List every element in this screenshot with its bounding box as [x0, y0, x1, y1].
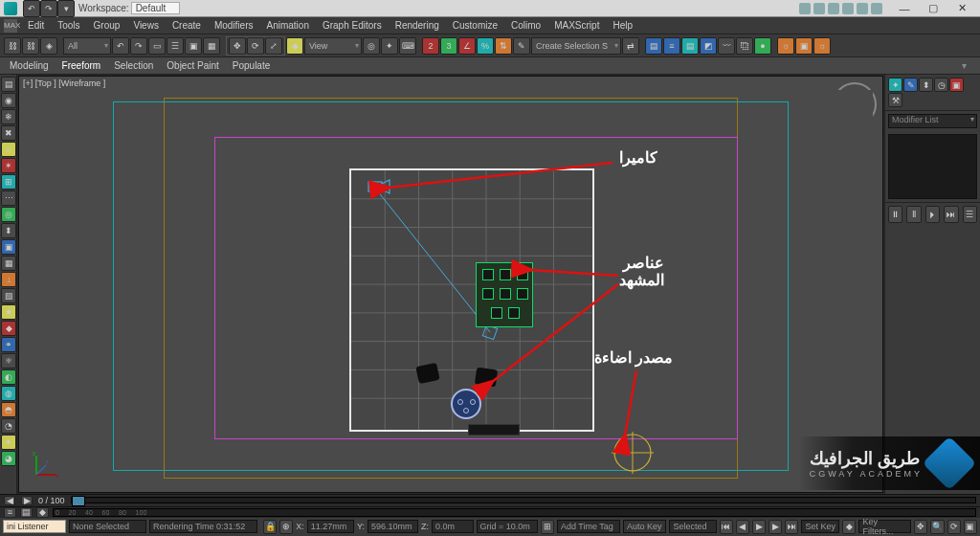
motion-tab-icon[interactable]: ◷: [934, 78, 948, 92]
util-icon[interactable]: [828, 3, 839, 14]
time-slider-thumb[interactable]: [72, 496, 85, 506]
minimize-button[interactable]: —: [890, 3, 919, 14]
move-icon[interactable]: ✥: [229, 37, 246, 55]
align-icon[interactable]: ▤: [645, 37, 662, 55]
light-icon[interactable]: ☼: [1, 142, 16, 157]
menu-colimo[interactable]: Colimo: [504, 20, 547, 31]
particle-icon[interactable]: ✶: [1, 158, 16, 173]
play-icon[interactable]: ▶: [752, 520, 766, 534]
spinner-snap-icon[interactable]: ⇅: [495, 37, 512, 55]
ribbon-tab-modeling[interactable]: Modeling: [10, 60, 49, 71]
ref-coord-dropdown[interactable]: View: [304, 37, 362, 55]
asset-icon[interactable]: ★: [1, 304, 16, 320]
lock-selection-icon[interactable]: 🔒: [263, 520, 277, 534]
render-setup-icon[interactable]: ☼: [777, 37, 794, 55]
cat-icon[interactable]: ◐: [1, 369, 16, 385]
link-icon[interactable]: ⛓: [4, 37, 21, 55]
modify-tab-icon[interactable]: ✎: [903, 78, 918, 92]
coord-z-field[interactable]: 0.0m: [432, 520, 474, 533]
snap-2d-icon[interactable]: 2: [422, 37, 439, 55]
modifier-stack[interactable]: [888, 134, 977, 199]
pivot-icon[interactable]: ◎: [363, 37, 380, 55]
play-next-icon[interactable]: ▶: [768, 520, 782, 534]
redo-icon[interactable]: ↷: [130, 37, 147, 55]
spacing-icon[interactable]: ⋯: [1, 190, 16, 206]
arnold-icon[interactable]: ◓: [1, 402, 16, 417]
menu-tools[interactable]: Tools: [51, 20, 86, 31]
nav-max-icon[interactable]: ▣: [964, 520, 977, 534]
align-camera-icon[interactable]: ▣: [1, 239, 16, 255]
abs-rel-icon[interactable]: ⊕: [279, 520, 293, 534]
make-unique-icon[interactable]: ⏵: [925, 206, 940, 223]
app-menu-button[interactable]: MAX: [4, 19, 17, 33]
trackbar-filter-icon[interactable]: ▤: [20, 507, 33, 518]
menu-edit[interactable]: Edit: [21, 20, 51, 31]
tab-panel-icon[interactable]: ▤: [1, 77, 16, 92]
show-end-icon[interactable]: Ⅱ: [906, 206, 921, 223]
populate-icon[interactable]: ⚭: [1, 337, 16, 352]
mat-editor-icon[interactable]: ●: [754, 37, 771, 55]
key-filters-button[interactable]: Key Filters...: [858, 520, 911, 533]
align-view-icon[interactable]: ▦: [1, 256, 16, 271]
key-mode-icon[interactable]: ◆: [842, 520, 856, 534]
edit-named-sel-icon[interactable]: ✎: [513, 37, 530, 55]
add-time-tag[interactable]: Add Time Tag: [557, 520, 620, 533]
nav-pan-icon[interactable]: ✥: [914, 520, 927, 534]
freeze-icon[interactable]: ❄: [1, 109, 16, 124]
menu-animation[interactable]: Animation: [259, 20, 315, 31]
fluids-icon[interactable]: ◍: [1, 386, 16, 401]
render-frame-icon[interactable]: ▣: [795, 37, 813, 55]
timeline-end-icon[interactable]: ▶: [21, 496, 33, 505]
vray-icon[interactable]: ✦: [1, 435, 16, 450]
snap-3d-icon[interactable]: 3: [440, 37, 457, 55]
render-icon[interactable]: ☼: [813, 37, 831, 55]
play-prev-icon[interactable]: ◀: [736, 520, 749, 534]
selection-filter-dropdown[interactable]: All: [63, 37, 111, 55]
unlink-icon[interactable]: ⛓: [22, 37, 39, 55]
coord-x-field[interactable]: 11.27mm: [307, 520, 354, 533]
schematic-icon[interactable]: ⿻: [736, 37, 753, 55]
time-slider[interactable]: [71, 497, 976, 503]
percent-snap-icon[interactable]: %: [477, 37, 494, 55]
display-tab-icon[interactable]: ▣: [949, 78, 964, 92]
viewport[interactable]: [+] [Top ] [Wireframe ]: [18, 76, 883, 493]
play-start-icon[interactable]: ⏮: [720, 520, 733, 534]
time-tag-icon[interactable]: ⊞: [541, 520, 554, 534]
massfx-icon[interactable]: ⚛: [1, 353, 16, 368]
setkey-button[interactable]: Set Key: [801, 520, 839, 533]
util-icon[interactable]: [813, 3, 825, 14]
close-button[interactable]: ✕: [947, 2, 976, 14]
named-selection-dropdown[interactable]: Create Selection S: [531, 37, 621, 55]
menu-graph-editors[interactable]: Graph Editors: [316, 20, 389, 31]
menu-create[interactable]: Create: [166, 20, 208, 31]
menu-customize[interactable]: Customize: [446, 20, 504, 31]
util-icon[interactable]: [871, 3, 882, 14]
window-crossing-icon[interactable]: ▦: [203, 37, 220, 55]
util-icon[interactable]: [857, 3, 868, 14]
xview-icon[interactable]: ✖: [1, 125, 16, 141]
maximize-button[interactable]: ▢: [919, 2, 947, 14]
select-name-icon[interactable]: ☰: [167, 37, 184, 55]
timeline-start-icon[interactable]: ◀: [4, 496, 15, 505]
manip-icon[interactable]: ✦: [381, 37, 398, 55]
ribbon-tab-freeform[interactable]: Freeform: [62, 60, 101, 71]
scene-explorer-icon[interactable]: ▤: [681, 37, 699, 55]
quick-redo[interactable]: ↷: [40, 0, 57, 17]
menu-maxscript[interactable]: MAXScript: [547, 20, 606, 31]
hierarchy-tab-icon[interactable]: ⬍: [919, 78, 933, 92]
curve-editor-icon[interactable]: 〰: [718, 37, 735, 55]
color-clip-icon[interactable]: ▧: [1, 288, 16, 303]
menu-modifiers[interactable]: Modifiers: [208, 20, 260, 31]
coord-y-field[interactable]: 596.10mm: [368, 520, 418, 533]
bind-icon[interactable]: ◈: [40, 37, 57, 55]
snapshot-icon[interactable]: ◎: [1, 207, 16, 222]
measure-icon[interactable]: ⟂: [1, 272, 16, 287]
quick-more[interactable]: ▾: [57, 0, 75, 17]
util-icon[interactable]: [799, 3, 811, 14]
layer-icon[interactable]: ≡: [663, 37, 680, 55]
modifier-list-dropdown[interactable]: Modifier List: [888, 114, 977, 128]
select-icon[interactable]: ▭: [148, 37, 166, 55]
ribbon-tab-selection[interactable]: Selection: [114, 60, 153, 71]
ribbon-collapse-icon[interactable]: ▾: [962, 60, 967, 71]
isolate-icon[interactable]: ◉: [1, 93, 16, 108]
